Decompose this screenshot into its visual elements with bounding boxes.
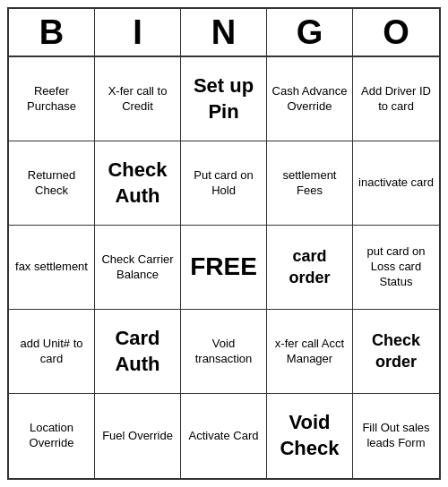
- header-cell-g: G: [267, 9, 353, 56]
- bingo-cell-16: Card Auth: [95, 310, 181, 394]
- header-row: BINGO: [9, 9, 439, 57]
- bingo-cell-14: put card on Loss card Status: [353, 226, 439, 310]
- bingo-grid: Reefer PurchaseX-fer call to CreditSet u…: [9, 57, 439, 478]
- bingo-cell-17: Void transaction: [181, 310, 267, 394]
- bingo-cell-4: Add Driver ID to card: [353, 57, 439, 141]
- bingo-cell-20: Location Override: [9, 394, 95, 478]
- bingo-cell-15: add Unit# to card: [9, 310, 95, 394]
- bingo-cell-5: Returned Check: [9, 141, 95, 226]
- bingo-cell-23: Void Check: [267, 394, 353, 478]
- bingo-cell-19: Check order: [353, 310, 439, 394]
- bingo-cell-18: x-fer call Acct Manager: [267, 310, 353, 394]
- bingo-cell-13: card order: [267, 226, 353, 310]
- bingo-cell-9: inactivate card: [353, 141, 439, 226]
- header-cell-o: O: [353, 9, 439, 56]
- header-cell-i: I: [95, 9, 181, 56]
- bingo-cell-2: Set up Pin: [181, 57, 267, 141]
- bingo-cell-10: fax settlement: [9, 226, 95, 310]
- bingo-cell-0: Reefer Purchase: [9, 57, 95, 141]
- bingo-card: BINGO Reefer PurchaseX-fer call to Credi…: [7, 7, 441, 480]
- bingo-cell-21: Fuel Override: [95, 394, 181, 478]
- bingo-cell-12: FREE: [181, 226, 267, 310]
- bingo-cell-8: settlement Fees: [267, 141, 353, 226]
- bingo-cell-22: Activate Card: [181, 394, 267, 478]
- bingo-cell-6: Check Auth: [95, 141, 181, 226]
- bingo-cell-7: Put card on Hold: [181, 141, 267, 226]
- bingo-cell-1: X-fer call to Credit: [95, 57, 181, 141]
- header-cell-n: N: [181, 9, 267, 56]
- bingo-cell-24: Fill Out sales leads Form: [353, 394, 439, 478]
- bingo-cell-3: Cash Advance Override: [267, 57, 353, 141]
- header-cell-b: B: [9, 9, 95, 56]
- bingo-cell-11: Check Carrier Balance: [95, 226, 181, 310]
